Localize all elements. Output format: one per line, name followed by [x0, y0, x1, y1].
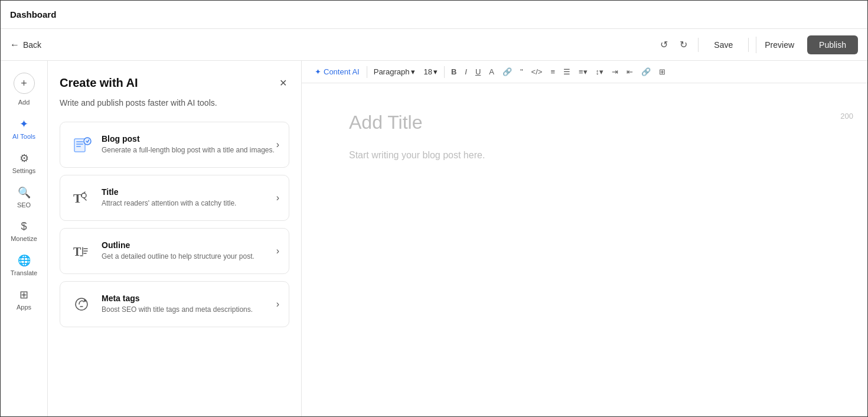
seo-icon: 🔍 — [18, 186, 31, 199]
settings-label: Settings — [12, 167, 36, 174]
unordered-list-button[interactable]: ☰ — [560, 66, 573, 78]
dashboard-title: Dashboard — [10, 9, 56, 19]
nav-bar: ← Back ↺ ↻ Save Preview Publish — [1, 29, 867, 61]
ai-card-outline-desc: Get a detailed outline to help structure… — [102, 252, 254, 262]
ai-card-blog-post-desc: Generate a full-length blog post with a … — [102, 145, 275, 155]
ai-panel-subtitle: Write and publish posts faster with AI t… — [60, 98, 289, 107]
sidebar-item-seo[interactable]: 🔍 SEO — [4, 181, 44, 213]
paragraph-chevron-icon: ▾ — [411, 67, 415, 76]
content-ai-sparkle-icon: ✦ — [315, 67, 321, 76]
sidebar-item-apps[interactable]: ⊞ Apps — [4, 284, 44, 315]
indent-increase-button[interactable]: ⇥ — [609, 66, 621, 78]
ai-card-outline-text: Outline Get a detailed outline to help s… — [102, 240, 254, 262]
sidebar-item-monetize[interactable]: $ Monetize — [4, 216, 44, 247]
paragraph-label: Paragraph — [374, 67, 410, 76]
back-arrow-icon: ← — [10, 40, 19, 50]
ai-panel-header: Create with AI ✕ — [60, 75, 289, 91]
editor-area: ✦ Content AI Paragraph ▾ 18 ▾ B I U A 🔗 … — [302, 61, 867, 417]
ai-card-blog-post[interactable]: Blog post Generate a full-length blog po… — [60, 122, 289, 168]
title-card-icon: T — [70, 186, 93, 210]
add-icon-button[interactable]: + — [14, 73, 35, 94]
svg-rect-2 — [76, 144, 83, 145]
apps-label: Apps — [17, 304, 31, 311]
ai-card-title[interactable]: T Title Attract readers' attention with … — [60, 175, 289, 221]
svg-text:T: T — [73, 191, 82, 206]
meta-tags-card-icon — [70, 292, 93, 316]
ai-card-meta-tags-text: Meta tags Boost SEO with title tags and … — [102, 294, 253, 315]
undo-button[interactable]: ↺ — [657, 37, 671, 53]
italic-button[interactable]: I — [462, 66, 470, 78]
editor-content-area: Add Title Start writing your blog post h… — [302, 83, 867, 417]
font-size-chevron-icon: ▾ — [433, 67, 438, 76]
editor-body-placeholder[interactable]: Start writing your blog post here. — [349, 148, 820, 163]
indent-decrease-button[interactable]: ⇤ — [624, 66, 636, 78]
sidebar: + Add ✦ AI Tools ⚙ Settings 🔍 SEO $ Mone… — [1, 61, 48, 417]
toolbar-sep-1 — [367, 66, 367, 78]
ai-card-title-text: Title Attract readers' attention with a … — [102, 187, 236, 209]
editor-toolbar: ✦ Content AI Paragraph ▾ 18 ▾ B I U A 🔗 … — [302, 61, 867, 83]
svg-point-4 — [84, 138, 91, 145]
ordered-list-button[interactable]: ≡ — [547, 66, 558, 78]
ai-card-title-name: Title — [102, 187, 236, 197]
content-ai-button[interactable]: ✦ Content AI — [311, 66, 363, 78]
char-count: 200 — [840, 112, 853, 120]
nav-actions: ↺ ↻ Save Preview Publish — [657, 35, 858, 54]
top-bar: Dashboard — [1, 1, 867, 29]
ai-card-title-left: T Title Attract readers' attention with … — [70, 186, 236, 210]
sidebar-item-settings[interactable]: ⚙ Settings — [4, 147, 44, 179]
back-label: Back — [23, 40, 41, 50]
sidebar-item-add[interactable]: + Add — [4, 68, 44, 110]
back-button[interactable]: ← Back — [10, 40, 41, 50]
link-button[interactable]: 🔗 — [500, 66, 515, 78]
ai-card-outline-arrow-icon: › — [276, 246, 279, 256]
translate-icon: 🌐 — [18, 254, 31, 267]
svg-point-9 — [84, 299, 86, 302]
ai-card-outline-left: T Outline Get a detailed outline to help… — [70, 239, 254, 263]
sidebar-item-translate[interactable]: 🌐 Translate — [4, 249, 44, 281]
underline-button[interactable]: U — [472, 66, 484, 78]
font-size-value: 18 — [423, 67, 432, 76]
ai-card-title-arrow-icon: › — [276, 193, 279, 203]
ai-tools-icon: ✦ — [19, 118, 28, 131]
ai-card-meta-tags[interactable]: Meta tags Boost SEO with title tags and … — [60, 281, 289, 327]
ai-panel: Create with AI ✕ Write and publish posts… — [48, 61, 302, 417]
align-button[interactable]: ≡▾ — [576, 66, 590, 78]
ai-card-outline-name: Outline — [102, 240, 254, 250]
ai-card-meta-tags-name: Meta tags — [102, 294, 253, 303]
paragraph-dropdown[interactable]: Paragraph ▾ — [371, 66, 419, 78]
line-height-button[interactable]: ↕▾ — [593, 66, 607, 78]
font-size-dropdown[interactable]: 18 ▾ — [420, 66, 440, 78]
outline-card-icon: T — [70, 239, 93, 263]
ai-card-meta-tags-left: Meta tags Boost SEO with title tags and … — [70, 292, 253, 316]
sidebar-item-ai-tools[interactable]: ✦ AI Tools — [4, 113, 44, 145]
add-label: Add — [18, 99, 30, 106]
preview-button[interactable]: Preview — [756, 37, 802, 53]
ai-panel-title: Create with AI — [60, 76, 138, 90]
redo-button[interactable]: ↻ — [676, 37, 691, 53]
translate-label: Translate — [11, 269, 37, 276]
save-button[interactable]: Save — [706, 37, 741, 53]
seo-label: SEO — [17, 201, 31, 209]
nav-divider-1 — [698, 38, 699, 52]
publish-button[interactable]: Publish — [807, 35, 858, 54]
ai-card-outline[interactable]: T Outline Get a detailed outline to help… — [60, 228, 289, 274]
ai-card-blog-post-left: Blog post Generate a full-length blog po… — [70, 133, 275, 157]
image-button[interactable]: ⊞ — [656, 66, 668, 78]
bold-button[interactable]: B — [448, 66, 459, 78]
ai-card-blog-post-name: Blog post — [102, 134, 275, 144]
monetize-icon: $ — [21, 220, 27, 233]
hyperlink-button[interactable]: 🔗 — [638, 66, 654, 78]
code-button[interactable]: </> — [528, 66, 546, 78]
main-layout: + Add ✦ AI Tools ⚙ Settings 🔍 SEO $ Mone… — [1, 61, 867, 417]
editor-title-placeholder[interactable]: Add Title — [349, 112, 820, 133]
ai-card-meta-tags-arrow-icon: › — [276, 299, 279, 310]
blog-post-icon — [70, 133, 93, 157]
ai-panel-close-button[interactable]: ✕ — [277, 75, 289, 91]
svg-rect-1 — [76, 141, 83, 142]
ai-card-blog-post-text: Blog post Generate a full-length blog po… — [102, 134, 275, 155]
content-ai-label: Content AI — [324, 67, 360, 76]
ai-card-meta-tags-desc: Boost SEO with title tags and meta descr… — [102, 305, 253, 315]
font-color-button[interactable]: A — [486, 66, 497, 78]
apps-icon: ⊞ — [19, 288, 28, 301]
quote-button[interactable]: " — [517, 66, 526, 78]
